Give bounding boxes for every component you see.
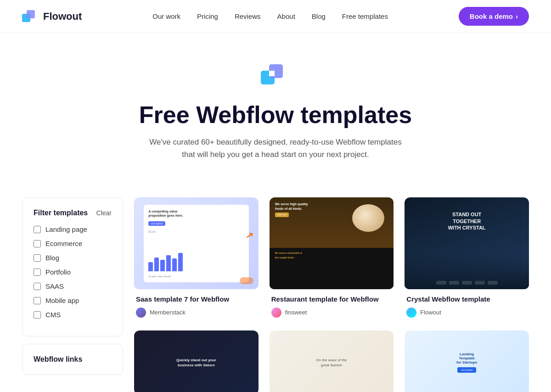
main-content: Filter templates Clear Landing page Ecom… [0, 179, 551, 392]
template-title-restaurant: Restaurant template for Webflow [271, 295, 392, 304]
nav-item-reviews[interactable]: Reviews [235, 12, 261, 21]
template-title-saas-7: Saas template 7 for Webflow [136, 295, 257, 304]
template-card-startup[interactable]: LandingTemplatefor Startups Get started [405, 330, 529, 392]
author-avatar-flowout-crystal [406, 308, 416, 318]
filter-checkbox-blog[interactable] [34, 254, 41, 262]
arrow-icon: › [516, 12, 518, 20]
logo-text: Flowout [43, 11, 82, 22]
template-card-crystal[interactable]: STAND OUTTOGETHERWITH CRYSTAL Crystal We… [405, 197, 529, 319]
author-name-saas-7: Memberstack [150, 309, 186, 316]
nav-links: Our work Pricing Reviews About Blog Free… [152, 12, 388, 21]
navbar: Flowout Our work Pricing Reviews About B… [0, 0, 551, 33]
webflow-links-title: Webflow links [34, 355, 82, 363]
filter-item-cms: CMS [34, 311, 112, 319]
filter-item-mobile-app: Mobile app [34, 297, 112, 304]
template-card-saas-7[interactable]: A compelling valueproposition goes here.… [134, 197, 259, 319]
crystal-headline: STAND OUTTOGETHERWITH CRYSTAL [448, 211, 486, 231]
filter-header: Filter templates Clear [34, 209, 112, 217]
svg-rect-1 [27, 10, 35, 18]
template-info-crystal: Crystal Webflow template Flowout [405, 289, 529, 319]
filter-item-landing-page: Landing page [34, 225, 112, 233]
author-name-restaurant: finsweet [285, 309, 307, 316]
hero-logo-icon [261, 61, 290, 90]
filter-label-ecommerce[interactable]: Ecommerce [45, 240, 82, 247]
filter-label-blog[interactable]: Blog [45, 254, 59, 262]
filter-label-landing-page[interactable]: Landing page [45, 225, 87, 233]
filter-card: Filter templates Clear Landing page Ecom… [22, 197, 123, 336]
svg-rect-4 [269, 71, 275, 76]
nav-item-about[interactable]: About [277, 12, 295, 21]
template-card-restaurant[interactable]: We serve high qualityfoods of all kinds.… [270, 197, 394, 319]
template-thumbnail-fashion: On the wave of thegreat fashion [270, 330, 394, 392]
sidebar: Filter templates Clear Landing page Ecom… [22, 197, 123, 375]
hero-subtitle: We've curated 60+ beautifully designed, … [147, 136, 404, 161]
logo[interactable]: Flowout [22, 8, 82, 25]
template-info-saas-7: Saas template 7 for Webflow Memberstack [134, 289, 259, 319]
flowout-logo-icon [22, 8, 39, 25]
template-author-saas-7: Memberstack [136, 308, 257, 318]
template-thumbnail-saturn: Quickly stand out yourbusiness with Satu… [134, 330, 259, 392]
clear-filters-button[interactable]: Clear [96, 209, 112, 217]
filter-label-mobile-app[interactable]: Mobile app [45, 297, 79, 304]
nav-item-blog[interactable]: Blog [312, 12, 326, 21]
nav-item-free-templates[interactable]: Free templates [342, 12, 388, 21]
author-name-crystal: Flowout [420, 309, 441, 316]
filter-item-blog: Blog [34, 254, 112, 262]
template-card-fashion[interactable]: On the wave of thegreat fashion [270, 330, 394, 392]
template-thumbnail-saas-7: A compelling valueproposition goes here.… [134, 197, 259, 289]
filter-checkbox-portfolio[interactable] [34, 269, 41, 276]
nav-item-our-work[interactable]: Our work [152, 12, 180, 21]
webflow-links-card: Webflow links [22, 344, 123, 375]
template-thumbnail-crystal: STAND OUTTOGETHERWITH CRYSTAL [405, 197, 529, 289]
filter-item-saas: SAAS [34, 282, 112, 290]
template-thumbnail-startup: LandingTemplatefor Startups Get started [405, 330, 529, 392]
filter-checkbox-ecommerce[interactable] [34, 240, 41, 247]
filter-checkbox-landing-page[interactable] [34, 226, 41, 233]
author-avatar-finsweet [271, 308, 281, 318]
filter-label-portfolio[interactable]: Portfolio [45, 268, 71, 276]
hero-section: Free Webflow templates We've curated 60+… [0, 33, 551, 179]
filter-title: Filter templates [34, 209, 88, 217]
filter-item-ecommerce: Ecommerce [34, 240, 112, 247]
templates-grid: A compelling valueproposition goes here.… [134, 197, 529, 392]
template-info-restaurant: Restaurant template for Webflow finsweet [270, 289, 394, 319]
author-avatar-memberstack [136, 308, 146, 318]
filter-label-cms[interactable]: CMS [45, 311, 61, 319]
nav-item-pricing[interactable]: Pricing [197, 12, 218, 21]
template-card-saturn[interactable]: Quickly stand out yourbusiness with Satu… [134, 330, 259, 392]
book-demo-button[interactable]: Book a demo › [459, 7, 529, 26]
template-author-restaurant: finsweet [271, 308, 392, 318]
hero-title: Free Webflow templates [9, 101, 542, 129]
template-thumbnail-restaurant: We serve high qualityfoods of all kinds.… [270, 197, 394, 289]
filter-item-portfolio: Portfolio [34, 268, 112, 276]
filter-label-saas[interactable]: SAAS [45, 282, 64, 290]
filter-checkbox-mobile-app[interactable] [34, 297, 41, 304]
filter-checkbox-cms[interactable] [34, 311, 41, 319]
template-title-crystal: Crystal Webflow template [406, 295, 527, 304]
template-author-crystal: Flowout [406, 308, 527, 318]
filter-checkbox-saas[interactable] [34, 283, 41, 290]
